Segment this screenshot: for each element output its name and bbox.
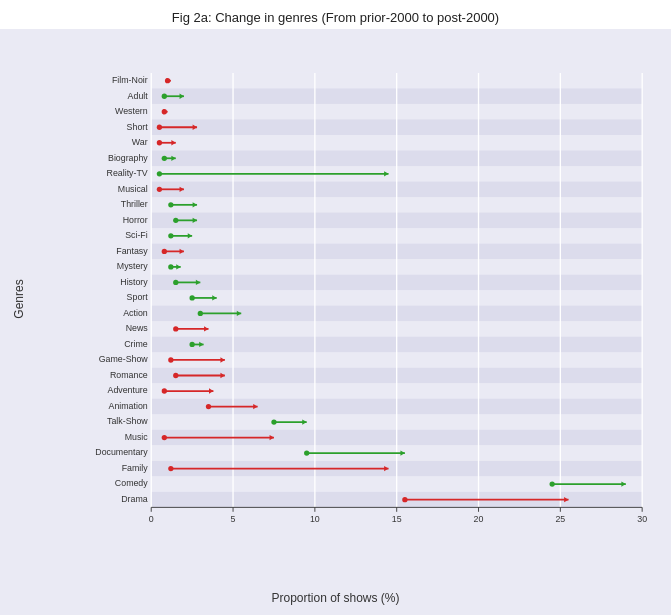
svg-point-94 [173,373,178,378]
svg-text:Musical: Musical [118,184,148,194]
svg-point-73 [168,264,173,269]
svg-text:Game-Show: Game-Show [99,354,149,364]
svg-point-46 [157,125,162,130]
svg-text:10: 10 [310,514,320,524]
svg-point-109 [304,450,309,455]
svg-point-103 [271,419,276,424]
svg-point-118 [402,497,407,502]
svg-text:Thriller: Thriller [121,199,148,209]
svg-text:Film-Noir: Film-Noir [112,75,148,85]
x-axis-title: Proportion of shows (%) [0,591,671,605]
chart-area: Film-NoirAdultWesternShortWarBiographyRe… [85,38,651,560]
svg-point-82 [198,311,203,316]
svg-text:Animation: Animation [109,401,148,411]
chart-title: Fig 2a: Change in genres (From prior-200… [0,0,671,29]
svg-text:Drama: Drama [121,494,148,504]
y-axis-title: Genres [12,38,26,560]
svg-point-76 [173,280,178,285]
svg-point-43 [162,109,167,114]
svg-text:Documentary: Documentary [95,447,148,457]
svg-text:Short: Short [127,122,149,132]
svg-text:Sport: Sport [127,292,149,302]
svg-text:War: War [132,137,148,147]
svg-text:25: 25 [555,514,565,524]
svg-point-70 [162,249,167,254]
svg-point-112 [168,466,173,471]
chart-container: Fig 2a: Change in genres (From prior-200… [0,0,671,615]
svg-text:0: 0 [149,514,154,524]
svg-point-55 [157,171,162,176]
svg-text:15: 15 [392,514,402,524]
chart-svg: Film-NoirAdultWesternShortWarBiographyRe… [85,38,651,560]
svg-text:Music: Music [125,432,149,442]
svg-point-115 [550,481,555,486]
svg-text:Family: Family [122,463,149,473]
svg-point-52 [162,156,167,161]
svg-text:Talk-Show: Talk-Show [107,416,148,426]
svg-text:20: 20 [474,514,484,524]
svg-text:Crime: Crime [124,339,148,349]
svg-text:Action: Action [123,308,148,318]
svg-text:Adventure: Adventure [108,385,148,395]
svg-text:Horror: Horror [123,215,148,225]
svg-point-91 [168,357,173,362]
svg-text:Adult: Adult [128,91,149,101]
svg-point-79 [189,295,194,300]
svg-point-100 [206,404,211,409]
svg-point-61 [168,202,173,207]
svg-point-49 [157,140,162,145]
svg-point-85 [173,326,178,331]
svg-text:30: 30 [637,514,647,524]
svg-point-64 [173,218,178,223]
svg-point-40 [162,94,167,99]
svg-point-58 [157,187,162,192]
svg-text:Mystery: Mystery [117,261,148,271]
svg-text:History: History [120,277,148,287]
svg-text:Sci-Fi: Sci-Fi [125,230,148,240]
svg-text:5: 5 [231,514,236,524]
svg-text:Comedy: Comedy [115,478,148,488]
svg-point-106 [162,435,167,440]
svg-text:Biography: Biography [108,153,148,163]
svg-text:Western: Western [115,106,148,116]
svg-text:News: News [126,323,149,333]
svg-point-37 [165,78,170,83]
svg-point-67 [168,233,173,238]
svg-text:Romance: Romance [110,370,148,380]
svg-point-88 [189,342,194,347]
svg-text:Reality-TV: Reality-TV [107,168,148,178]
svg-point-97 [162,388,167,393]
svg-text:Fantasy: Fantasy [116,246,148,256]
